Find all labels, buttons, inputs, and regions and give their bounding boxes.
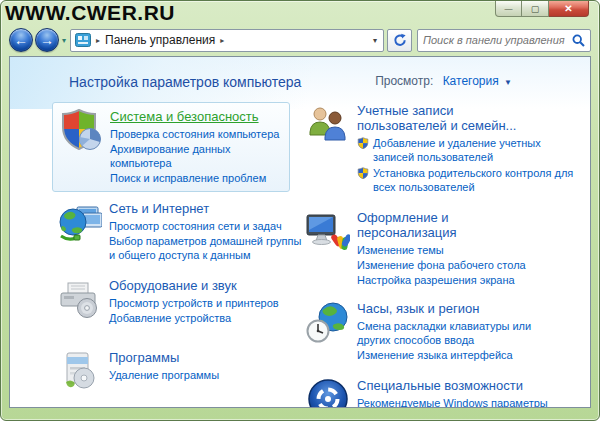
recent-pages-dropdown[interactable]: ▾ <box>59 36 70 45</box>
link-add-device[interactable]: Добавление устройства <box>109 311 279 325</box>
software-box-cd-icon[interactable] <box>58 348 106 393</box>
view-by-label: Просмотр: <box>375 74 433 88</box>
category-body: Оформление и персонализация Изменение те… <box>354 209 542 288</box>
link-parental-controls[interactable]: Установка родительского контроля для все… <box>373 166 578 194</box>
category-title-user-accounts[interactable]: Учетные записи пользователей и семейн... <box>357 103 542 133</box>
category-title-ease-of-access[interactable]: Специальные возможности <box>357 378 523 393</box>
category-body: Часы, язык и регион Смена раскладки клав… <box>354 299 562 363</box>
printer-disc-icon[interactable] <box>58 276 106 326</box>
content-area: Настройка параметров компьютера Просмотр… <box>9 56 591 408</box>
link-backup[interactable]: Архивирование данных компьютера <box>110 142 283 170</box>
back-arrow-icon: ← <box>14 33 28 47</box>
link-devices-printers[interactable]: Просмотр устройств и принтеров <box>109 296 279 310</box>
control-panel-icon <box>75 33 91 47</box>
category-appearance[interactable]: Оформление и персонализация Изменение те… <box>306 209 584 288</box>
category-hardware-sound[interactable]: Оборудование и звук Просмотр устройств и… <box>58 276 306 326</box>
chevron-down-icon: ▼ <box>504 78 512 87</box>
window-controls: — ▢ ✕ <box>495 1 589 17</box>
right-column: Учетные записи пользователей и семейн... <box>306 102 584 408</box>
link-network-status[interactable]: Просмотр состояния сети и задач <box>109 219 306 233</box>
link-keyboard-layout[interactable]: Смена раскладки клавиатуры или других сп… <box>357 319 562 347</box>
link-homegroup[interactable]: Выбор параметров домашней группы и общег… <box>109 234 306 262</box>
back-button[interactable]: ← <box>9 28 33 52</box>
minimize-icon: — <box>505 4 513 13</box>
category-body: Специальные возможности Рекомендуемые Wi… <box>354 376 550 408</box>
uac-shield-icon <box>357 166 369 179</box>
category-body: Программы Удаление программы <box>106 348 219 393</box>
uac-link[interactable]: Установка родительского контроля для все… <box>357 166 578 194</box>
two-users-icon[interactable] <box>306 102 354 196</box>
chevron-down-icon: ▾ <box>62 36 66 45</box>
category-clock-language[interactable]: Часы, язык и регион Смена раскладки клав… <box>306 299 584 363</box>
close-icon: ✕ <box>564 3 572 14</box>
view-by-control[interactable]: Просмотр: Категория ▼ <box>375 74 512 88</box>
link-troubleshoot[interactable]: Поиск и исправление проблем <box>110 171 283 185</box>
link-suggested-settings[interactable]: Рекомендуемые Windows параметры <box>357 396 550 408</box>
control-panel-window: WWW.CWER.RU — ▢ ✕ ← → ▾ ▸ Панель управле… <box>0 0 600 421</box>
category-body: Система и безопасность Проверка состояни… <box>107 107 283 186</box>
link-security-check[interactable]: Проверка состояния компьютера <box>110 127 283 141</box>
page-title: Настройка параметров компьютера <box>69 74 301 90</box>
search-icon <box>572 34 585 47</box>
category-title-appearance[interactable]: Оформление и персонализация <box>357 210 542 240</box>
uac-link[interactable]: Добавление и удаление учетных записей по… <box>357 136 578 164</box>
category-body: Учетные записи пользователей и семейн... <box>354 102 578 196</box>
category-body: Сеть и Интернет Просмотр состояния сети … <box>106 199 306 263</box>
refresh-icon <box>393 33 407 47</box>
maximize-button[interactable]: ▢ <box>522 1 549 17</box>
category-title-hardware[interactable]: Оборудование и звук <box>109 278 237 293</box>
category-title-system-security[interactable]: Система и безопасность <box>110 109 259 124</box>
breadcrumb-item[interactable]: Панель управления <box>105 33 215 47</box>
breadcrumb-arrow-icon: ▸ <box>96 36 100 45</box>
link-change-theme[interactable]: Изменение темы <box>357 243 542 257</box>
search-input[interactable] <box>423 34 572 46</box>
monitor-palette-icon[interactable] <box>306 209 354 288</box>
minimize-button[interactable]: — <box>495 1 522 17</box>
category-columns: Система и безопасность Проверка состояни… <box>10 90 590 408</box>
uac-shield-icon <box>357 136 369 149</box>
left-column: Система и безопасность Проверка состояни… <box>58 102 306 408</box>
address-history-dropdown[interactable]: ▾ <box>371 36 379 45</box>
link-change-wallpaper[interactable]: Изменение фона рабочего стола <box>357 258 542 272</box>
refresh-button[interactable] <box>387 29 412 52</box>
address-bar[interactable]: ▸ Панель управления ▸ ▾ <box>70 29 384 52</box>
site-watermark: WWW.CWER.RU <box>5 1 175 25</box>
close-button[interactable]: ✕ <box>549 1 589 17</box>
security-shield-pie-icon[interactable] <box>59 107 107 186</box>
view-by-value[interactable]: Категория <box>443 74 499 88</box>
category-network-internet[interactable]: Сеть и Интернет Просмотр состояния сети … <box>58 199 306 263</box>
maximize-icon: ▢ <box>531 5 540 13</box>
category-system-security[interactable]: Система и безопасность Проверка состояни… <box>52 102 290 192</box>
link-display-language[interactable]: Изменение языка интерфейса <box>357 348 562 362</box>
link-add-remove-accounts[interactable]: Добавление и удаление учетных записей по… <box>373 136 578 164</box>
category-title-network[interactable]: Сеть и Интернет <box>109 201 209 216</box>
network-globe-icon[interactable] <box>58 199 106 263</box>
forward-button[interactable]: → <box>35 28 59 52</box>
link-uninstall-program[interactable]: Удаление программы <box>109 368 219 382</box>
clock-globe-icon[interactable] <box>306 299 354 363</box>
forward-arrow-icon: → <box>40 33 54 47</box>
category-programs[interactable]: Программы Удаление программы <box>58 348 306 393</box>
category-user-accounts[interactable]: Учетные записи пользователей и семейн... <box>306 102 584 196</box>
category-ease-of-access[interactable]: Специальные возможности Рекомендуемые Wi… <box>306 376 584 408</box>
search-box <box>417 29 591 52</box>
breadcrumb-arrow-icon[interactable]: ▸ <box>220 36 224 45</box>
category-title-clock-language[interactable]: Часы, язык и регион <box>357 301 479 316</box>
navigation-bar: ← → ▾ ▸ Панель управления ▸ ▾ <box>9 26 591 54</box>
accessibility-wheel-icon[interactable] <box>306 376 354 408</box>
category-title-programs[interactable]: Программы <box>109 350 179 365</box>
category-body: Оборудование и звук Просмотр устройств и… <box>106 276 279 326</box>
link-screen-resolution[interactable]: Настройка разрешения экрана <box>357 273 542 287</box>
page-header: Настройка параметров компьютера Просмотр… <box>10 57 590 90</box>
